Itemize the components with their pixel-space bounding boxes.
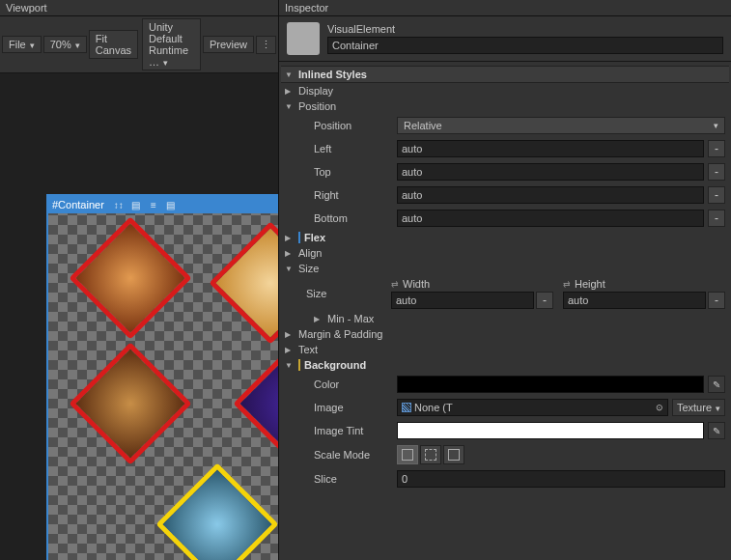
zoom-dropdown[interactable]: 70% [43,36,87,53]
texture-icon [402,403,411,412]
align-end-icon[interactable]: ▤ [164,198,178,211]
unit-button[interactable]: - [708,292,725,309]
chevron-right-icon [285,330,295,339]
chevron-right-icon [285,346,295,354]
flex-direction-icon[interactable]: ↕↕ [112,198,126,211]
prop-scale-mode: Scale Mode [281,442,729,467]
section-margin-padding[interactable]: Margin & Padding [281,326,729,342]
prop-position: Position Relative [281,114,729,137]
eyedropper-icon[interactable]: ✎ [708,376,725,393]
prop-right: Right - [281,183,729,207]
ui-item-3[interactable] [87,360,174,447]
right-input[interactable] [397,186,704,204]
height-input[interactable] [563,292,706,309]
unit-button[interactable]: - [708,140,725,157]
prop-bg-image: Image None (T⊙ Texture [281,396,729,419]
align-center-icon[interactable]: ≡ [147,198,160,211]
chevron-down-icon [285,361,295,370]
chevron-right-icon [314,315,323,323]
chevron-down-icon [285,70,295,79]
link-icon[interactable]: ⇄ [563,279,571,289]
scale-crop-button[interactable] [420,445,441,464]
inspector-header: Inspector [279,0,731,16]
chevron-right-icon [285,234,295,242]
section-background[interactable]: Background [281,357,729,373]
tint-color-swatch[interactable] [397,422,704,439]
container-element[interactable]: #Container ↕↕ ▤ ≡ ▤ [48,196,278,560]
viewport-header: Viewport [0,0,278,16]
link-icon[interactable]: ⇄ [391,279,399,289]
canvas-root[interactable]: #Container ↕↕ ▤ ≡ ▤ [46,194,278,560]
unit-button[interactable]: - [708,163,725,181]
unit-button[interactable]: - [708,186,725,204]
canvas-area[interactable]: #Container ↕↕ ▤ ≡ ▤ [0,73,278,560]
section-inlined-styles[interactable]: Inlined Styles [281,66,729,83]
selection-bar: #Container ↕↕ ▤ ≡ ▤ [48,196,278,213]
kebab-menu-icon[interactable]: ⋮ [256,36,276,54]
ui-item-1[interactable] [87,235,174,322]
section-text[interactable]: Text [281,342,729,357]
align-start-icon[interactable]: ▤ [129,198,143,211]
left-input[interactable] [397,140,704,157]
ui-item-2[interactable] [227,239,278,326]
section-position[interactable]: Position [281,98,729,114]
bottom-input[interactable] [397,210,704,227]
eyedropper-icon[interactable]: ✎ [708,422,725,439]
section-flex[interactable]: Flex [281,230,729,245]
chevron-right-icon [285,249,295,258]
object-picker-icon: ⊙ [656,403,663,412]
viewport-toolbar: File 70% Fit Canvas Unity Default Runtim… [0,16,278,73]
inspector-panel: Inspector VisualElement Inlined Styles D… [279,0,731,560]
prop-left: Left - [281,137,729,160]
theme-dropdown[interactable]: Unity Default Runtime … [142,18,201,70]
top-input[interactable] [397,163,704,181]
fit-canvas-button[interactable]: Fit Canvas [89,30,138,59]
image-type-dropdown[interactable]: Texture [672,399,725,416]
bg-image-field[interactable]: None (T⊙ [397,399,668,416]
inspector-body[interactable]: Inlined Styles Display Position Position… [279,62,731,560]
unit-button[interactable]: - [536,292,553,309]
prop-bg-color: Color ✎ [281,373,729,396]
inspector-head-row: VisualElement [279,16,731,61]
position-dropdown[interactable]: Relative [397,117,725,134]
chevron-down-icon [285,102,295,111]
file-menu[interactable]: File [2,36,42,53]
preview-button[interactable]: Preview [203,36,254,53]
element-preview-swatch[interactable] [287,22,320,55]
slice-input[interactable] [397,470,725,488]
ui-item-4[interactable] [251,360,278,447]
prop-top: Top - [281,160,729,183]
ui-item-5[interactable] [174,481,261,560]
chevron-down-icon [285,265,295,273]
scale-fit-button[interactable] [443,445,464,464]
section-align[interactable]: Align [281,245,729,261]
selection-label: #Container [52,199,104,210]
section-minmax[interactable]: Min - Max [281,311,729,326]
bg-color-swatch[interactable] [397,376,704,393]
section-display[interactable]: Display [281,83,729,98]
prop-size: Size ⇄Width - ⇄Height - [281,276,729,311]
prop-image-tint: Image Tint ✎ [281,419,729,442]
element-type-label: VisualElement [327,23,723,35]
section-size[interactable]: Size [281,261,729,276]
chevron-right-icon [285,87,295,96]
scale-stretch-button[interactable] [397,445,418,464]
viewport-panel: Viewport File 70% Fit Canvas Unity Defau… [0,0,279,560]
unit-button[interactable]: - [708,210,725,227]
element-name-input[interactable] [327,37,723,54]
prop-bottom: Bottom - [281,207,729,230]
width-input[interactable] [391,292,534,309]
prop-slice: Slice [281,467,729,490]
